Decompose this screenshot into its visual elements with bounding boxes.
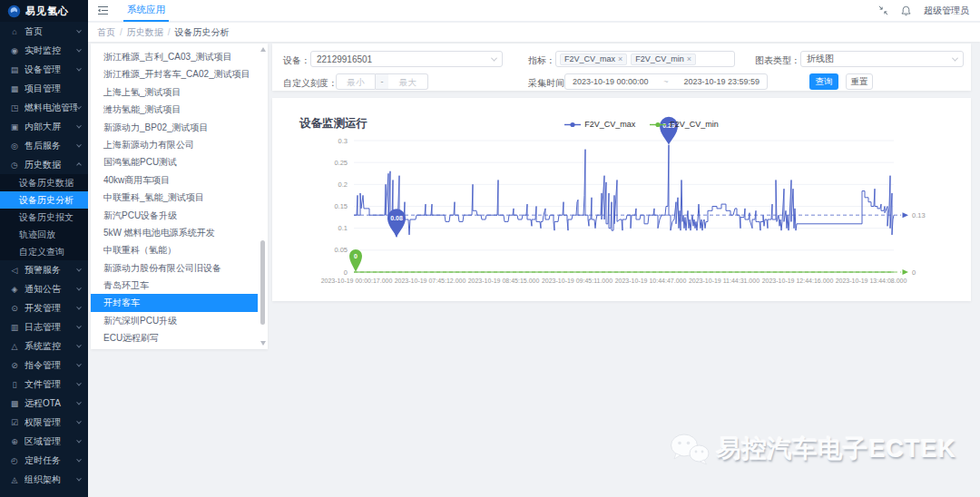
project-item[interactable]: 浙江稚源_开封客车_CA02_测试项目 xyxy=(91,65,258,83)
logo[interactable]: 易见氢心 xyxy=(0,0,88,22)
svg-text:2023-10-19 13:44:08.000: 2023-10-19 13:44:08.000 xyxy=(836,278,907,284)
scheduled-task-icon: ◴ xyxy=(9,456,20,465)
project-item[interactable]: 新源动力_BP02_测试项目 xyxy=(91,119,258,136)
metric-tag[interactable]: F2V_CV_max× xyxy=(560,54,627,65)
project-item[interactable]: 中联重科（氢能） xyxy=(91,241,258,258)
sidebar-subitem[interactable]: 设备历史数据 xyxy=(0,174,88,191)
home-icon: ⌂ xyxy=(9,27,20,36)
metric-multiselect[interactable]: F2V_CV_max×F2V_CV_min× xyxy=(555,51,735,67)
svg-text:0.2: 0.2 xyxy=(338,180,348,189)
project-list-panel: 浙江稚源_吉利_CA03_测试项目浙江稚源_开封客车_CA02_测试项目上海上氢… xyxy=(91,44,268,349)
svg-text:0.1: 0.1 xyxy=(338,224,348,232)
chart-type-select[interactable]: 折线图 xyxy=(800,51,964,67)
chevron-up-icon xyxy=(76,162,82,168)
organization-icon: ◬ xyxy=(9,475,20,484)
sidebar-item-organization[interactable]: ◬组织架构 xyxy=(0,470,88,489)
svg-text:2023-10-19 08:45:15.000: 2023-10-19 08:45:15.000 xyxy=(468,278,540,284)
scale-min-input[interactable] xyxy=(336,73,376,90)
svg-text:0.05: 0.05 xyxy=(334,246,348,254)
legend-item[interactable]: F2V_CV_min xyxy=(650,120,719,129)
filter-bar: 设备： 22129916501 指标： F2V_CV_max×F2V_CV_mi… xyxy=(272,44,971,91)
sidebar-item-system-monitor[interactable]: △系统监控 xyxy=(0,336,88,356)
system-monitor-icon: △ xyxy=(9,342,20,351)
svg-text:2023-10-19 11:44:31.000: 2023-10-19 11:44:31.000 xyxy=(689,278,760,284)
project-item[interactable]: 上海新源动力有限公司 xyxy=(91,136,258,153)
remove-tag-icon[interactable]: × xyxy=(618,54,622,63)
device-select[interactable]: 22129916501 xyxy=(310,51,503,67)
sidebar-item-dashboard-screen[interactable]: ▣内部大屏 xyxy=(0,117,88,136)
sidebar-item-permission-management[interactable]: ☑权限管理 xyxy=(0,413,88,432)
reset-button[interactable]: 重置 xyxy=(846,73,873,90)
project-item[interactable]: ECU远程刷写 xyxy=(91,329,258,346)
current-user[interactable]: 超级管理员 xyxy=(924,5,969,17)
sidebar-item-home[interactable]: ⌂首页 xyxy=(0,22,88,41)
after-sales-icon: ◎ xyxy=(9,141,20,151)
svg-text:2023-10-19 00:00:17.000: 2023-10-19 00:00:17.000 xyxy=(321,278,393,284)
project-item[interactable]: 5kW 燃料电池电源系统开发 xyxy=(91,224,258,241)
sidebar-item-scheduled-task[interactable]: ◴定时任务 xyxy=(0,451,88,470)
project-item[interactable]: 潍坊氢能_测试项目 xyxy=(91,101,258,118)
collapse-sidebar-icon[interactable] xyxy=(97,5,109,15)
sidebar-item-after-sales[interactable]: ◎售后服务 xyxy=(0,136,88,155)
svg-text:0.25: 0.25 xyxy=(334,159,348,167)
svg-text:2023-10-19 09:45:11.000: 2023-10-19 09:45:11.000 xyxy=(542,278,612,284)
metric-tag[interactable]: F2V_CV_min× xyxy=(631,54,696,65)
time-separator: ~ xyxy=(663,77,668,86)
sidebar-item-realtime-monitor[interactable]: ◉实时监控 xyxy=(0,41,88,60)
sidebar-item-project-management[interactable]: ▦项目管理 xyxy=(0,79,88,98)
sidebar-subitem[interactable]: 自定义查询 xyxy=(0,243,88,260)
logo-text: 易见氢心 xyxy=(25,5,69,18)
project-item[interactable]: 上海上氢_测试项目 xyxy=(91,83,258,101)
scroll-up-icon[interactable] xyxy=(260,47,266,52)
sidebar-item-history-data[interactable]: ◷历史数据 xyxy=(0,155,88,174)
sidebar-item-dev-management[interactable]: ⊙开发管理 xyxy=(0,298,88,317)
project-item[interactable]: 新汽PCU设备升级 xyxy=(91,207,258,224)
sidebar-item-alert-service[interactable]: ◁预警服务 xyxy=(0,260,88,279)
svg-text:0: 0 xyxy=(344,268,348,277)
breadcrumb-current: 设备历史分析 xyxy=(175,26,230,39)
legend-item[interactable]: F2V_CV_max xyxy=(564,120,635,129)
chevron-down-icon xyxy=(76,122,82,128)
sidebar-item-command-management[interactable]: ⊘指令管理 xyxy=(0,356,88,375)
project-scrollbar[interactable] xyxy=(259,44,267,349)
svg-text:0.15: 0.15 xyxy=(334,202,348,210)
sidebar-item-file-management[interactable]: ▯文件管理 xyxy=(0,375,88,394)
query-button[interactable]: 查询 xyxy=(809,73,838,90)
sidebar-subitem[interactable]: 轨迹回放 xyxy=(0,226,88,243)
sidebar-subitem[interactable]: 设备历史报文 xyxy=(0,209,88,226)
time-range-picker[interactable]: 2023-10-19 00:00:00 ~ 2023-10-19 23:59:5… xyxy=(564,73,768,90)
sidebar-item-notice[interactable]: ◈通知公告 xyxy=(0,279,88,298)
sidebar-item-device-management[interactable]: ▤设备管理 xyxy=(0,60,88,79)
sidebar-subitem[interactable]: 设备历史分析 xyxy=(0,191,88,209)
project-item[interactable]: 新汽深圳PCU升级 xyxy=(91,312,258,329)
breadcrumb-home[interactable]: 首页 xyxy=(97,26,115,39)
project-item[interactable]: 国鸿氢能PCU测试 xyxy=(91,153,258,171)
project-item[interactable]: 中联重科_氢能_测试项目 xyxy=(91,189,258,206)
wechat-logo-icon xyxy=(669,432,710,466)
notification-bell-icon[interactable] xyxy=(901,5,911,16)
sidebar-item-log-management[interactable]: ▥日志管理 xyxy=(0,317,88,336)
file-management-icon: ▯ xyxy=(9,380,20,389)
project-item[interactable]: 40kw商用车项目 xyxy=(91,171,258,189)
sidebar-item-fuel-cell-management[interactable]: ◳燃料电池管理 xyxy=(0,98,88,117)
scale-max-input[interactable] xyxy=(388,73,428,90)
log-management-icon: ▥ xyxy=(9,323,20,332)
time-start: 2023-10-19 00:00:00 xyxy=(573,77,649,86)
brand-logo-icon xyxy=(7,5,21,18)
scroll-down-icon[interactable] xyxy=(260,341,266,346)
scrollbar-thumb[interactable] xyxy=(260,240,265,325)
chevron-down-icon xyxy=(76,304,82,309)
chevron-down-icon xyxy=(76,361,82,366)
project-item[interactable]: 浙江稚源_吉利_CA03_测试项目 xyxy=(91,48,258,65)
svg-text:0: 0 xyxy=(912,268,916,277)
fullscreen-icon[interactable] xyxy=(878,5,888,15)
sidebar-item-region-management[interactable]: ⊕区域管理 xyxy=(0,432,88,451)
breadcrumb-history[interactable]: 历史数据 xyxy=(127,26,163,39)
project-item[interactable]: 开封客车 xyxy=(91,294,258,311)
sidebar-item-remote-ota[interactable]: ▩远程OTA xyxy=(0,394,88,413)
project-item[interactable]: 新源动力股份有限公司旧设备 xyxy=(91,259,258,277)
remove-tag-icon[interactable]: × xyxy=(687,54,691,63)
tab-system-app[interactable]: 系统应用 xyxy=(123,0,169,22)
project-item[interactable]: 青岛环卫车 xyxy=(91,277,258,294)
project-list: 浙江稚源_吉利_CA03_测试项目浙江稚源_开封客车_CA02_测试项目上海上氢… xyxy=(91,44,268,347)
